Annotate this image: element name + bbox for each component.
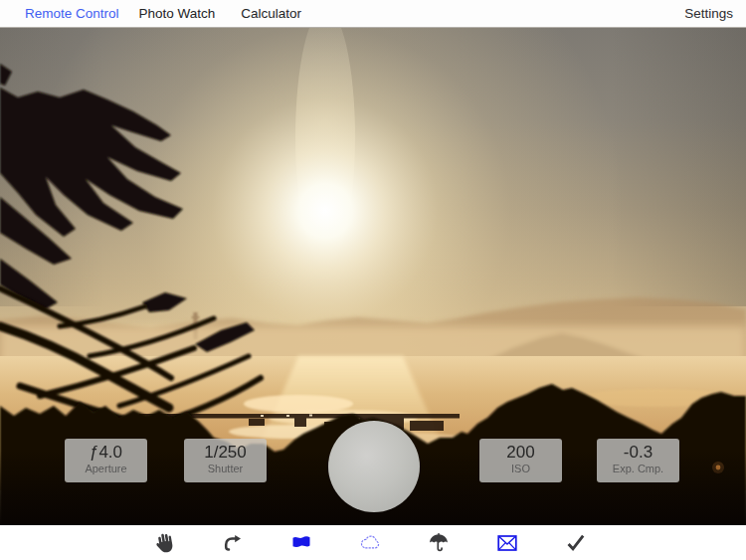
exposure-compensation-button[interactable]: -0.3 Exp. Cmp. (597, 439, 679, 482)
bottom-toolbar (0, 525, 746, 560)
cloud-icon (358, 531, 382, 555)
cloud-button[interactable] (353, 526, 387, 559)
redo-button[interactable] (216, 526, 250, 559)
iso-label: ISO (479, 463, 562, 475)
envelope-button[interactable] (490, 526, 524, 559)
aperture-label: Aperture (65, 463, 147, 475)
exp-comp-label: Exp. Cmp. (597, 463, 679, 475)
camera-live-view: ƒ4.0 Aperture 1/250 Shutter 200 ISO -0.3… (0, 28, 746, 525)
shutter-label: Shutter (184, 463, 267, 475)
checkmark-icon (564, 531, 588, 555)
umbrella-icon (427, 531, 451, 555)
tab-photo-watch[interactable]: Photo Watch (139, 0, 216, 28)
remote-control-app: Remote Control Photo Watch Calculator Se… (0, 0, 746, 560)
shutter-speed-button[interactable]: 1/250 Shutter (184, 439, 267, 482)
settings-button[interactable]: Settings (684, 6, 733, 21)
top-nav-bar: Remote Control Photo Watch Calculator Se… (0, 0, 746, 28)
redo-arrow-icon (221, 531, 245, 555)
aperture-button[interactable]: ƒ4.0 Aperture (65, 439, 147, 482)
flag-icon (289, 531, 313, 555)
flag-button[interactable] (284, 526, 318, 559)
hand-icon (152, 531, 176, 555)
umbrella-button[interactable] (422, 526, 456, 559)
exp-comp-value: -0.3 (597, 443, 679, 463)
confirm-button[interactable] (559, 526, 593, 559)
iso-button[interactable]: 200 ISO (479, 439, 562, 482)
hand-tool-button[interactable] (147, 526, 181, 559)
shutter-value: 1/250 (184, 443, 267, 463)
aperture-value: ƒ4.0 (65, 443, 147, 463)
tab-remote-control[interactable]: Remote Control (25, 0, 119, 28)
iso-value: 200 (479, 443, 562, 463)
tab-calculator[interactable]: Calculator (241, 0, 301, 28)
shutter-release-button[interactable] (328, 421, 420, 512)
envelope-icon (495, 531, 519, 555)
